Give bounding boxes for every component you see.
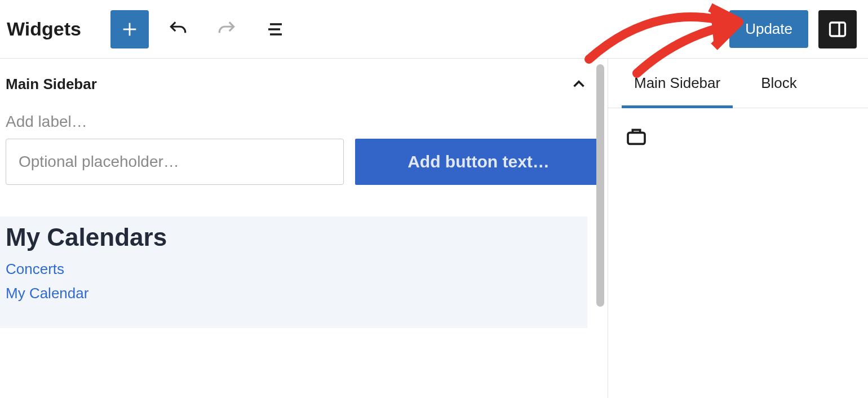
sidebar-tabs: Main Sidebar Block — [608, 59, 868, 108]
search-label-input[interactable] — [6, 109, 602, 139]
page-title: Widgets — [7, 18, 81, 40]
redo-button[interactable] — [207, 10, 246, 48]
scrollbar[interactable] — [596, 64, 604, 307]
settings-sidebar: Main Sidebar Block — [608, 59, 868, 398]
svg-rect-7 — [628, 132, 645, 144]
undo-button[interactable] — [159, 10, 197, 48]
tab-main-sidebar[interactable]: Main Sidebar — [625, 59, 729, 108]
add-block-button[interactable] — [110, 10, 149, 48]
plus-icon — [120, 20, 139, 39]
main-content: Main Sidebar My Calendars Concerts My Ca… — [0, 59, 868, 398]
search-button-text-input[interactable] — [355, 139, 602, 185]
search-row — [6, 139, 602, 185]
calendars-heading: My Calendars — [0, 223, 581, 251]
svg-rect-5 — [830, 23, 845, 36]
toolbar: Widgets Update — [0, 0, 868, 59]
sidebar-body — [608, 108, 868, 167]
calendar-link[interactable]: My Calendar — [0, 281, 581, 306]
widget-area-title: Main Sidebar — [6, 76, 97, 93]
toolbar-left: Widgets — [7, 10, 294, 48]
update-button[interactable]: Update — [729, 10, 808, 48]
list-view-icon — [265, 19, 285, 39]
toolbar-right: Update — [729, 10, 861, 48]
settings-panel-toggle[interactable] — [818, 10, 857, 48]
editor-canvas: Main Sidebar My Calendars Concerts My Ca… — [0, 59, 608, 398]
widget-area-icon — [625, 125, 648, 148]
widget-area-header[interactable]: Main Sidebar — [0, 59, 608, 109]
calendars-block[interactable]: My Calendars Concerts My Calendar — [0, 216, 587, 328]
search-placeholder-input[interactable] — [6, 139, 344, 185]
chevron-up-icon — [569, 74, 588, 94]
calendar-link[interactable]: Concerts — [0, 257, 581, 281]
redo-icon — [216, 19, 237, 40]
tab-block[interactable]: Block — [752, 59, 806, 108]
panel-icon — [827, 19, 848, 39]
list-view-button[interactable] — [256, 10, 294, 48]
search-block — [0, 109, 608, 185]
undo-icon — [167, 19, 189, 40]
